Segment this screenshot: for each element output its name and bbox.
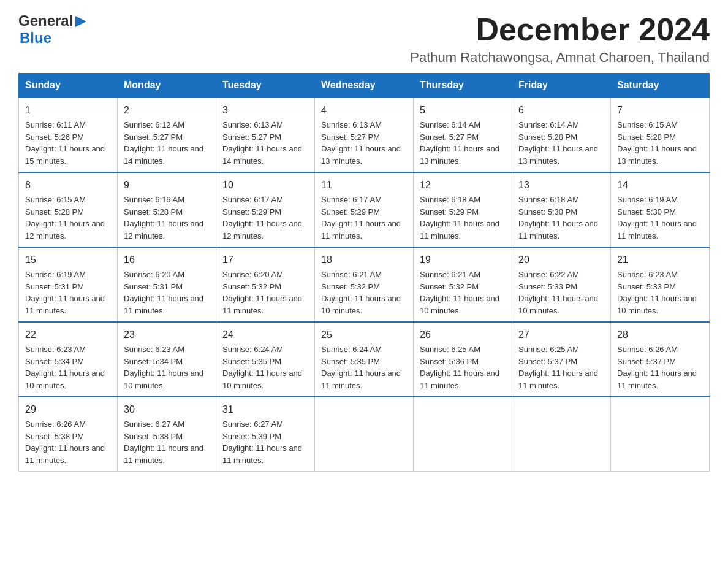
sunset-text: Sunset: 5:39 PM <box>222 431 308 443</box>
daylight-text: Daylight: 11 hours and 15 minutes. <box>25 143 111 167</box>
day-number: 23 <box>124 327 210 342</box>
sunset-text: Sunset: 5:34 PM <box>25 356 111 368</box>
sunrise-text: Sunrise: 6:20 AM <box>222 269 308 281</box>
day-header-friday: Friday <box>512 74 611 98</box>
sunset-text: Sunset: 5:33 PM <box>617 281 703 293</box>
calendar-cell: 20Sunrise: 6:22 AMSunset: 5:33 PMDayligh… <box>512 247 611 322</box>
daylight-text: Daylight: 11 hours and 10 minutes. <box>124 367 210 391</box>
calendar-header-row: SundayMondayTuesdayWednesdayThursdayFrid… <box>19 74 710 98</box>
calendar-cell: 7Sunrise: 6:15 AMSunset: 5:28 PMDaylight… <box>611 98 710 172</box>
logo-general-text: General <box>18 12 73 29</box>
calendar-cell: 5Sunrise: 6:14 AMSunset: 5:27 PMDaylight… <box>414 98 512 172</box>
sunrise-text: Sunrise: 6:23 AM <box>124 343 210 356</box>
day-header-tuesday: Tuesday <box>216 74 315 98</box>
sunset-text: Sunset: 5:28 PM <box>25 206 111 218</box>
day-number: 15 <box>25 253 111 267</box>
calendar-cell: 8Sunrise: 6:15 AMSunset: 5:28 PMDaylight… <box>19 172 118 247</box>
day-number: 22 <box>25 327 111 342</box>
sunset-text: Sunset: 5:34 PM <box>124 356 210 368</box>
sunrise-text: Sunrise: 6:18 AM <box>420 194 506 206</box>
sunset-text: Sunset: 5:33 PM <box>518 281 604 293</box>
logo-blue-text: Blue <box>20 29 51 46</box>
daylight-text: Daylight: 11 hours and 11 minutes. <box>25 293 111 316</box>
day-number: 13 <box>518 178 604 193</box>
sunset-text: Sunset: 5:32 PM <box>321 281 407 293</box>
sunset-text: Sunset: 5:30 PM <box>617 206 703 218</box>
calendar-table: SundayMondayTuesdayWednesdayThursdayFrid… <box>18 73 710 472</box>
day-number: 18 <box>321 253 407 267</box>
calendar-week-row: 1Sunrise: 6:11 AMSunset: 5:26 PMDaylight… <box>19 98 710 172</box>
daylight-text: Daylight: 11 hours and 11 minutes. <box>518 218 604 242</box>
day-number: 5 <box>420 103 506 118</box>
daylight-text: Daylight: 11 hours and 11 minutes. <box>420 367 506 391</box>
sunrise-text: Sunrise: 6:24 AM <box>321 343 407 356</box>
sunset-text: Sunset: 5:28 PM <box>124 206 210 218</box>
sunset-text: Sunset: 5:37 PM <box>617 356 703 368</box>
sunset-text: Sunset: 5:30 PM <box>518 206 604 218</box>
calendar-week-row: 15Sunrise: 6:19 AMSunset: 5:31 PMDayligh… <box>19 247 710 322</box>
page-header: General Blue December 2024 Pathum Ratcha… <box>18 12 710 66</box>
calendar-cell: 31Sunrise: 6:27 AMSunset: 5:39 PMDayligh… <box>216 397 315 472</box>
day-header-wednesday: Wednesday <box>315 74 414 98</box>
sunrise-text: Sunrise: 6:23 AM <box>617 269 703 281</box>
daylight-text: Daylight: 11 hours and 10 minutes. <box>617 293 703 316</box>
calendar-cell: 13Sunrise: 6:18 AMSunset: 5:30 PMDayligh… <box>512 172 611 247</box>
daylight-text: Daylight: 11 hours and 11 minutes. <box>420 218 506 242</box>
calendar-cell <box>315 397 414 472</box>
sunset-text: Sunset: 5:26 PM <box>25 131 111 144</box>
daylight-text: Daylight: 11 hours and 10 minutes. <box>25 367 111 391</box>
day-header-thursday: Thursday <box>414 74 512 98</box>
calendar-cell: 19Sunrise: 6:21 AMSunset: 5:32 PMDayligh… <box>414 247 512 322</box>
day-number: 1 <box>25 103 111 118</box>
day-number: 30 <box>124 402 210 417</box>
daylight-text: Daylight: 11 hours and 11 minutes. <box>321 218 407 242</box>
day-number: 20 <box>518 253 604 267</box>
day-number: 29 <box>25 402 111 417</box>
calendar-week-row: 29Sunrise: 6:26 AMSunset: 5:38 PMDayligh… <box>19 397 710 472</box>
sunrise-text: Sunrise: 6:18 AM <box>518 194 604 206</box>
daylight-text: Daylight: 11 hours and 11 minutes. <box>222 442 308 466</box>
calendar-week-row: 22Sunrise: 6:23 AMSunset: 5:34 PMDayligh… <box>19 322 710 397</box>
calendar-cell: 10Sunrise: 6:17 AMSunset: 5:29 PMDayligh… <box>216 172 315 247</box>
calendar-cell: 26Sunrise: 6:25 AMSunset: 5:36 PMDayligh… <box>414 322 512 397</box>
day-number: 3 <box>222 103 308 118</box>
daylight-text: Daylight: 11 hours and 14 minutes. <box>124 143 210 167</box>
sunrise-text: Sunrise: 6:26 AM <box>617 343 703 356</box>
sunset-text: Sunset: 5:37 PM <box>518 356 604 368</box>
calendar-cell: 27Sunrise: 6:25 AMSunset: 5:37 PMDayligh… <box>512 322 611 397</box>
calendar-cell: 11Sunrise: 6:17 AMSunset: 5:29 PMDayligh… <box>315 172 414 247</box>
daylight-text: Daylight: 11 hours and 10 minutes. <box>321 293 407 316</box>
day-header-monday: Monday <box>118 74 216 98</box>
sunrise-text: Sunrise: 6:21 AM <box>321 269 407 281</box>
day-number: 24 <box>222 327 308 342</box>
daylight-text: Daylight: 11 hours and 10 minutes. <box>420 293 506 316</box>
calendar-cell: 18Sunrise: 6:21 AMSunset: 5:32 PMDayligh… <box>315 247 414 322</box>
daylight-text: Daylight: 11 hours and 11 minutes. <box>321 367 407 391</box>
day-number: 4 <box>321 103 407 118</box>
calendar-cell: 21Sunrise: 6:23 AMSunset: 5:33 PMDayligh… <box>611 247 710 322</box>
sunrise-text: Sunrise: 6:25 AM <box>518 343 604 356</box>
calendar-cell: 29Sunrise: 6:26 AMSunset: 5:38 PMDayligh… <box>19 397 118 472</box>
sunrise-text: Sunrise: 6:14 AM <box>420 119 506 131</box>
daylight-text: Daylight: 11 hours and 11 minutes. <box>617 218 703 242</box>
sunset-text: Sunset: 5:29 PM <box>321 206 407 218</box>
sunset-text: Sunset: 5:28 PM <box>518 131 604 144</box>
sunrise-text: Sunrise: 6:20 AM <box>124 269 210 281</box>
calendar-cell: 4Sunrise: 6:13 AMSunset: 5:27 PMDaylight… <box>315 98 414 172</box>
daylight-text: Daylight: 11 hours and 10 minutes. <box>518 293 604 316</box>
sunset-text: Sunset: 5:29 PM <box>222 206 308 218</box>
sunset-text: Sunset: 5:35 PM <box>222 356 308 368</box>
day-number: 25 <box>321 327 407 342</box>
title-area: December 2024 Pathum Ratchawongsa, Amnat… <box>410 12 710 66</box>
calendar-cell: 22Sunrise: 6:23 AMSunset: 5:34 PMDayligh… <box>19 322 118 397</box>
sunrise-text: Sunrise: 6:24 AM <box>222 343 308 356</box>
sunset-text: Sunset: 5:29 PM <box>420 206 506 218</box>
sunrise-text: Sunrise: 6:21 AM <box>420 269 506 281</box>
daylight-text: Daylight: 11 hours and 13 minutes. <box>420 143 506 167</box>
calendar-cell: 30Sunrise: 6:27 AMSunset: 5:38 PMDayligh… <box>118 397 216 472</box>
daylight-text: Daylight: 11 hours and 11 minutes. <box>25 442 111 466</box>
calendar-cell <box>414 397 512 472</box>
sunset-text: Sunset: 5:27 PM <box>420 131 506 144</box>
sunrise-text: Sunrise: 6:16 AM <box>124 194 210 206</box>
day-number: 6 <box>518 103 604 118</box>
